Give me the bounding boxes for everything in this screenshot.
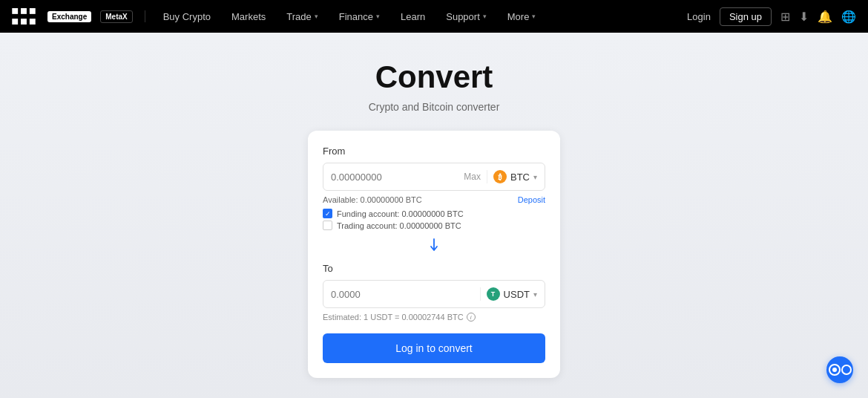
- from-coin-chevron-icon: ▾: [533, 173, 537, 181]
- navbar: Exchange MetaX Buy Crypto Markets Trade …: [0, 0, 868, 33]
- from-input-row: Max ₿ BTC ▾: [323, 163, 545, 191]
- trading-account-label: Trading account: 0.00000000 BTC: [337, 221, 461, 230]
- to-section: To T USDT ▾ Estimated: 1 USDT = 0.000027…: [323, 263, 545, 322]
- nav-more[interactable]: More ▾: [502, 11, 542, 22]
- bell-icon[interactable]: 🔔: [818, 10, 832, 24]
- svg-rect-3: [12, 19, 18, 25]
- usdt-icon: T: [487, 287, 500, 301]
- info-icon[interactable]: i: [467, 313, 476, 322]
- nav-markets[interactable]: Markets: [226, 11, 272, 22]
- trading-account-row: Trading account: 0.00000000 BTC: [323, 221, 545, 230]
- support-chevron-icon: ▾: [483, 13, 487, 20]
- page-subtitle: Crypto and Bitcoin converter: [0, 101, 868, 113]
- nav-finance[interactable]: Finance ▾: [333, 11, 386, 22]
- svg-rect-5: [30, 19, 36, 25]
- deposit-link[interactable]: Deposit: [518, 195, 545, 204]
- nav-support[interactable]: Support ▾: [440, 11, 493, 22]
- funding-account-row: Funding account: 0.00000000 BTC: [323, 209, 545, 218]
- page-title: Convert: [0, 59, 868, 95]
- svg-rect-0: [12, 8, 18, 14]
- download-icon[interactable]: ⬇: [799, 10, 809, 24]
- to-coin-name: USDT: [504, 289, 530, 300]
- available-text: Available: 0.00000000 BTC: [323, 195, 422, 204]
- nav-trade[interactable]: Trade ▾: [280, 11, 323, 22]
- from-amount-input[interactable]: [331, 172, 464, 183]
- available-row: Available: 0.00000000 BTC Deposit: [323, 195, 545, 204]
- nav-buy-crypto[interactable]: Buy Crypto: [157, 11, 217, 22]
- to-coin-chevron-icon: ▾: [533, 290, 537, 298]
- grid-icon[interactable]: ⊞: [780, 10, 790, 24]
- nav-right: Login Sign up ⊞ ⬇ 🔔 🌐: [687, 7, 856, 26]
- finance-chevron-icon: ▾: [376, 13, 380, 20]
- svg-rect-1: [21, 8, 27, 14]
- nav-divider: [145, 10, 145, 22]
- trading-checkbox[interactable]: [323, 221, 332, 230]
- from-label: From: [323, 146, 545, 157]
- globe-icon[interactable]: 🌐: [841, 10, 856, 24]
- estimated-row: Estimated: 1 USDT = 0.00002744 BTC i: [323, 313, 545, 322]
- login-link[interactable]: Login: [687, 11, 711, 22]
- exchange-badge[interactable]: Exchange: [47, 11, 91, 22]
- svg-rect-2: [30, 8, 36, 14]
- signup-button[interactable]: Sign up: [720, 7, 772, 26]
- from-coin-name: BTC: [510, 172, 530, 183]
- nav-learn[interactable]: Learn: [395, 11, 431, 22]
- login-to-convert-button[interactable]: Log in to convert: [323, 333, 545, 363]
- from-coin-selector[interactable]: ₿ BTC ▾: [487, 170, 537, 183]
- more-chevron-icon: ▾: [532, 13, 536, 20]
- svg-rect-4: [21, 19, 27, 25]
- convert-card: From Max ₿ BTC ▾ Available: 0.00000000 B…: [308, 131, 560, 378]
- okx-logo: [12, 8, 36, 25]
- to-coin-selector[interactable]: T USDT ▾: [480, 287, 537, 301]
- to-input-row: T USDT ▾: [323, 280, 545, 308]
- svg-point-7: [832, 368, 837, 372]
- to-amount-input[interactable]: [331, 289, 480, 300]
- btc-icon: ₿: [493, 170, 507, 183]
- funding-account-label: Funding account: 0.00000000 BTC: [337, 209, 464, 218]
- metax-badge[interactable]: MetaX: [100, 10, 132, 23]
- hero-section: Convert Crypto and Bitcoin converter: [0, 59, 868, 113]
- chat-fab[interactable]: [826, 356, 853, 383]
- estimated-text: Estimated: 1 USDT = 0.00002744 BTC: [323, 313, 464, 322]
- funding-checkbox[interactable]: [323, 209, 332, 218]
- swap-arrow-button[interactable]: [323, 238, 545, 255]
- to-label: To: [323, 263, 545, 274]
- trade-chevron-icon: ▾: [315, 13, 318, 20]
- max-button[interactable]: Max: [464, 172, 481, 182]
